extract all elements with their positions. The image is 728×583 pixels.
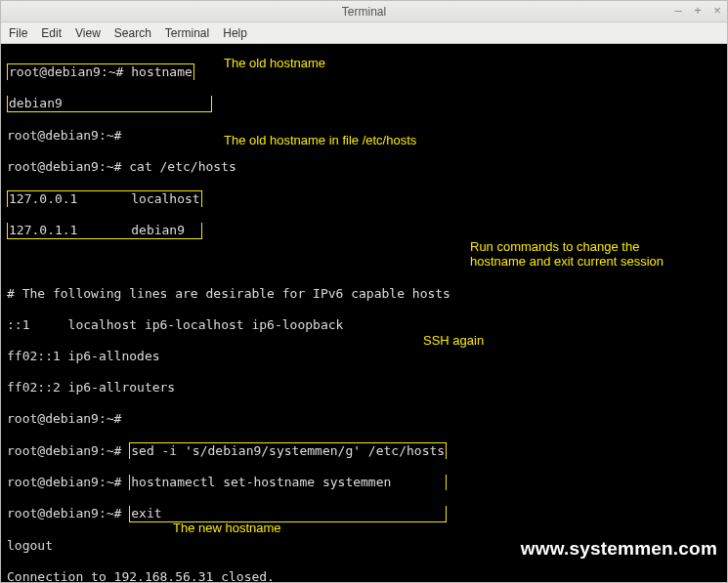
- ipv6-comment: # The following lines are desirable for …: [7, 286, 450, 301]
- menu-search[interactable]: Search: [114, 26, 151, 40]
- annotation-old-hostname-hosts: The old hostname in file /etc/hosts: [224, 133, 416, 147]
- menu-terminal[interactable]: Terminal: [165, 26, 209, 40]
- minimize-button[interactable]: –: [672, 4, 684, 18]
- annotation-old-hostname: The old hostname: [224, 56, 325, 70]
- prompt: root@debian9:~#: [7, 506, 129, 521]
- prompt: root@debian9:~#: [7, 128, 129, 143]
- window-controls: – + ×: [672, 4, 723, 18]
- prompt: root@debian9:~#: [7, 159, 129, 174]
- menu-help[interactable]: Help: [223, 26, 247, 40]
- title-bar[interactable]: Terminal – + ×: [1, 1, 727, 22]
- prompt: root@debian9:~#: [7, 443, 129, 458]
- logout: logout: [7, 538, 53, 553]
- hosts-debian: 127.0.1.1 debian9: [9, 223, 185, 237]
- maximize-button[interactable]: +: [692, 4, 704, 18]
- prompt: root@debian9:~#: [7, 475, 129, 489]
- watermark: www.systemmen.com: [521, 541, 717, 557]
- menu-file[interactable]: File: [9, 26, 27, 40]
- menu-bar: File Edit View Search Terminal Help: [1, 22, 727, 44]
- command-hostnamectl: hostnamectl set-hostname systemmen: [131, 475, 391, 489]
- ipv6-line1: ::1 localhost ip6-localhost ip6-loopback: [7, 317, 343, 332]
- command-cat-hosts: cat /etc/hosts: [129, 159, 236, 174]
- ipv6-line3: ff02::2 ip6-allrouters: [7, 380, 175, 395]
- hosts-localhost: 127.0.0.1 localhost: [9, 191, 200, 206]
- annotation-new-hostname: The new hostname: [173, 521, 281, 535]
- command-sed: sed -i 's/debian9/systemmen/g' /etc/host…: [131, 443, 445, 458]
- close-button[interactable]: ×: [711, 4, 723, 18]
- annotation-ssh-again: SSH again: [423, 333, 484, 348]
- annotation-run-cmds: Run commands to change the hostname and …: [470, 239, 664, 269]
- command-exit: exit: [131, 506, 161, 521]
- ipv6-line2: ff02::1 ip6-allnodes: [7, 349, 160, 363]
- output-hostname: debian9: [9, 96, 63, 110]
- menu-view[interactable]: View: [75, 26, 101, 40]
- window-title: Terminal: [342, 5, 386, 19]
- command-hostname: hostname: [131, 64, 193, 79]
- terminal-window: Terminal – + × File Edit View Search Ter…: [0, 0, 728, 583]
- terminal-content[interactable]: root@debian9:~# hostname debian9 root@de…: [1, 44, 727, 582]
- prompt: root@debian9:~#: [7, 411, 129, 426]
- conn-closed: Connection to 192.168.56.31 closed.: [7, 569, 275, 582]
- prompt: root@debian9:~#: [9, 64, 131, 79]
- menu-edit[interactable]: Edit: [41, 26, 62, 40]
